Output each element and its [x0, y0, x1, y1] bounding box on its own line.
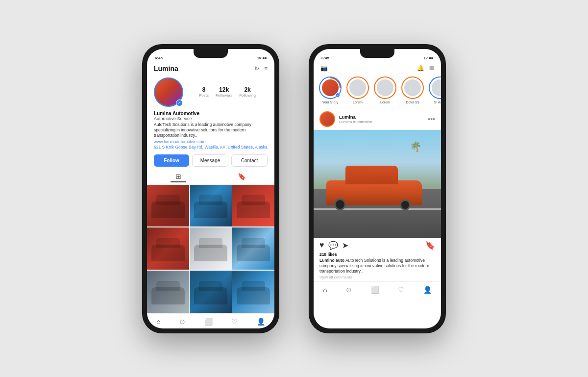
phone1-stat-posts: 8 Posts: [199, 86, 209, 98]
phone2-post-likes: 218 likes: [314, 252, 441, 258]
phone2-caption-user: Lumino auto: [319, 258, 344, 263]
phone2-nav-home[interactable]: ⌂: [323, 286, 327, 294]
grid-item-6[interactable]: [232, 227, 274, 270]
story-4[interactable]: St Amet: [428, 76, 441, 104]
phone2-time: 6:45: [321, 56, 329, 60]
phone1-profile-section: ✓ 8 Posts 12k Followers 2k Following: [147, 75, 274, 110]
phone1-status-right: 1v ■■: [257, 56, 267, 60]
bookmark-icon[interactable]: 🔖: [425, 241, 435, 250]
grid-item-7[interactable]: [147, 271, 189, 313]
phone2-post-actions: ♥ 💬 ➤ 🔖: [314, 238, 441, 252]
car-wheel-front: [400, 200, 411, 210]
story1-avatar: [348, 78, 367, 97]
phone2-post-username: Lumina: [339, 114, 372, 120]
car-roof: [345, 166, 398, 185]
phone1-photo-grid: [147, 185, 274, 313]
phone2-header: 📷 🔔 ✉: [314, 63, 441, 75]
tab-grid[interactable]: ⊞: [171, 172, 186, 182]
share-icon[interactable]: ➤: [342, 241, 348, 250]
grid-item-5[interactable]: [190, 227, 232, 270]
phone2-post-subtitle: Lumina Automotive: [339, 120, 372, 124]
phone1-followers-count: 12k: [216, 86, 232, 93]
nav-likes[interactable]: ♡: [231, 318, 238, 326]
phone2-bottom-nav: ⌂ ⊙ ⬜ ♡ 👤: [314, 281, 441, 297]
phone2-nav-search[interactable]: ⊙: [346, 286, 352, 294]
your-story-label: Your Story: [322, 101, 338, 104]
lamborghini-car: [326, 168, 422, 205]
palm-tree-decoration: 🌴: [410, 141, 422, 152]
your-story-ring: +: [319, 76, 342, 99]
story4-ring: [429, 76, 441, 99]
phone2-status-right: 1v ■■: [424, 56, 433, 60]
story4-avatar: [431, 78, 441, 97]
grid-item-9[interactable]: [232, 271, 274, 313]
story-3[interactable]: Dolor S$: [401, 76, 424, 104]
grid-item-2[interactable]: [190, 185, 232, 227]
nav-profile[interactable]: 👤: [257, 318, 265, 326]
phone1-verified-badge: ✓: [176, 100, 183, 106]
grid-item-8[interactable]: [190, 271, 232, 313]
phone1-time: 6:45: [155, 56, 163, 60]
phone1-refresh-icon[interactable]: ↻: [254, 65, 259, 72]
phone1-signal: 1v: [257, 56, 261, 60]
phone1-posts-label: Posts: [199, 93, 209, 98]
phone1-tabs: ⊞ 🔖: [147, 170, 274, 185]
phone1-bio-category: Automotive Service: [154, 116, 268, 121]
phone2-post-avatar: [319, 111, 335, 127]
grid-item-4[interactable]: [147, 227, 189, 270]
phone2-send-icon[interactable]: ✉: [429, 65, 434, 72]
story-your[interactable]: + Your Story: [318, 76, 342, 104]
story3-label: Dolor S$: [406, 101, 419, 104]
nav-home[interactable]: ⌂: [156, 318, 160, 326]
phone1-bottom-nav: ⌂ ⊙ ⬜ ♡ 👤: [147, 313, 274, 328]
story1-ring: [346, 76, 369, 99]
story3-avatar: [403, 78, 422, 97]
phone1-stat-following: 2k Following: [239, 86, 256, 98]
story1-label: Lorem: [353, 101, 363, 104]
phone2-camera-icon[interactable]: 📷: [320, 65, 328, 72]
follow-button[interactable]: Follow: [154, 154, 189, 167]
phone1-screen: 6:45 1v ■■ Lumina ↻ ≡: [147, 49, 274, 328]
story2-ring: [374, 76, 396, 99]
phone2-battery: ■■: [429, 56, 433, 60]
phone2-screen: 6:45 1v ■■ 📷 🔔 ✉ +: [314, 49, 441, 328]
phone1-bio-link[interactable]: www.luminaautomotive.com: [154, 139, 268, 144]
phone2-notch: [360, 49, 394, 58]
phone1-following-count: 2k: [239, 86, 256, 93]
your-story-add-dot: +: [335, 93, 340, 98]
phone2-view-comments[interactable]: View all comments: [314, 275, 441, 281]
story2-label: Lorem: [380, 101, 390, 104]
grid-item-1[interactable]: [147, 185, 189, 227]
story3-ring: [401, 76, 424, 99]
grid-item-3[interactable]: [232, 185, 274, 227]
phone2-post-header: Lumina Lumina Automotive •••: [314, 108, 441, 130]
phone1-battery: ■■: [263, 56, 267, 60]
phone2-nav-likes[interactable]: ♡: [398, 286, 404, 294]
phone2-header-right: 🔔 ✉: [417, 65, 434, 72]
phone2-post-image[interactable]: 🌴: [314, 130, 441, 238]
story4-label: St Amet: [434, 101, 441, 104]
phone2-nav-profile[interactable]: 👤: [423, 286, 432, 294]
nav-search[interactable]: ⊙: [179, 318, 185, 326]
phone2-stories-row: + Your Story Lorem Lorem: [314, 75, 441, 108]
phone2-post-more-icon[interactable]: •••: [428, 115, 435, 123]
story-2[interactable]: Lorem: [373, 76, 397, 104]
phone1-header-icons: ↻ ≡: [254, 65, 268, 72]
phone1-avatar-wrap: ✓: [154, 77, 183, 107]
tab-tagged[interactable]: 🔖: [233, 172, 251, 182]
phone2-post-caption: Lumino auto AutoTech Solutions is a lead…: [314, 258, 441, 275]
story-1[interactable]: Lorem: [346, 76, 369, 104]
phone1-menu-icon[interactable]: ≡: [264, 65, 268, 72]
phone1-action-buttons: Follow Message Contact: [147, 151, 274, 170]
nav-post[interactable]: ⬜: [204, 318, 213, 326]
message-button[interactable]: Message: [192, 154, 228, 167]
comment-icon[interactable]: 💬: [328, 241, 338, 250]
phone2-signal: 1v: [424, 56, 428, 60]
phone2-notification-icon[interactable]: 🔔: [417, 65, 424, 72]
contact-button[interactable]: Contact: [231, 154, 268, 167]
phone1-posts-count: 8: [199, 86, 209, 93]
phone1-title: Lumina: [154, 65, 178, 73]
like-icon[interactable]: ♥: [319, 241, 324, 250]
car-wheel-rear: [334, 199, 346, 210]
phone2-nav-post[interactable]: ⬜: [371, 286, 379, 294]
